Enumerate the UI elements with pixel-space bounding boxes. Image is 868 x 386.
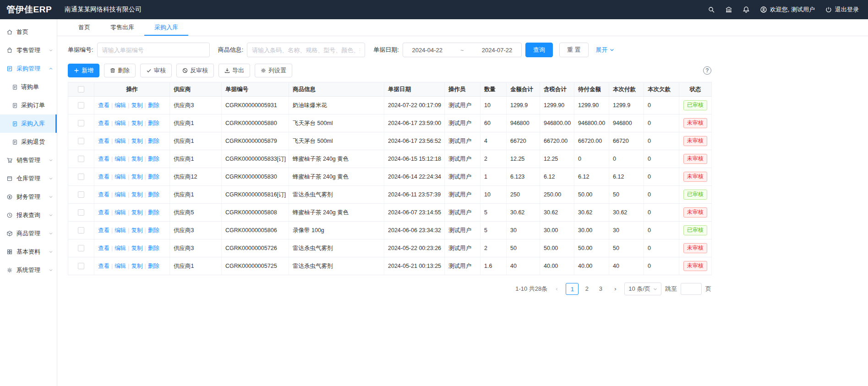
delete-link[interactable]: 删除 [148,120,159,126]
expand-toggle[interactable]: 展开 [596,46,614,54]
copy-link[interactable]: 复制 [131,102,143,109]
row-checkbox[interactable] [78,245,84,251]
sidebar-item-retail[interactable]: 零售管理 [0,41,57,60]
delete-link[interactable]: 删除 [148,227,159,234]
copy-link[interactable]: 复制 [131,245,143,251]
sidebar-item-finance[interactable]: 财务管理 [0,188,57,206]
row-checkbox[interactable] [78,138,84,144]
search-button[interactable]: 查询 [525,43,553,57]
date-range-picker[interactable]: 2024-04-22 ~ 2024-07-22 [403,43,522,57]
sidebar-item-purchase[interactable]: 采购管理 [0,60,57,78]
edit-link[interactable]: 编辑 [115,263,126,269]
welcome-user[interactable]: 欢迎您, 测试用户 [760,5,815,14]
sidebar-item-basic[interactable]: 基本资料 [0,243,57,261]
chevron-down-icon [49,250,53,254]
delete-link[interactable]: 删除 [148,209,159,216]
col-operator: 操作员 [445,82,480,97]
edit-link[interactable]: 编辑 [115,138,126,144]
jump-input[interactable] [681,283,702,295]
bank-icon[interactable] [725,6,732,13]
approve-button[interactable]: 审核 [140,64,172,77]
add-button[interactable]: 新增 [68,64,99,77]
sidebar-item-purchase-order[interactable]: 采购订单 [0,96,57,114]
gear-icon [6,267,13,273]
view-link[interactable]: 查看 [98,138,109,144]
edit-link[interactable]: 编辑 [115,227,126,234]
tab-retail-out[interactable]: 零售出库 [100,19,144,36]
page-number-3[interactable]: 3 [595,283,606,295]
sidebar-item-purchase-in[interactable]: 采购入库 [0,114,57,133]
view-link[interactable]: 查看 [98,209,109,216]
page-size-select[interactable]: 10 条/页 [624,283,661,295]
row-checkbox[interactable] [78,156,84,162]
row-checkbox[interactable] [78,191,84,198]
tab-purchase-in[interactable]: 采购入库 [144,19,188,36]
edit-link[interactable]: 编辑 [115,102,126,109]
search-icon[interactable] [708,6,715,13]
product-info-input[interactable] [247,43,365,57]
view-link[interactable]: 查看 [98,174,109,180]
reset-button[interactable]: 重 置 [559,43,589,57]
copy-link[interactable]: 复制 [131,227,143,234]
select-all-checkbox[interactable] [78,86,84,92]
edit-link[interactable]: 编辑 [115,174,126,180]
sidebar-item-sales[interactable]: 销售管理 [0,151,57,169]
row-checkbox[interactable] [78,209,84,216]
sidebar-item-purchase-request[interactable]: 请购单 [0,78,57,96]
view-link[interactable]: 查看 [98,263,109,269]
edit-link[interactable]: 编辑 [115,209,126,216]
copy-link[interactable]: 复制 [131,120,143,126]
tab-home[interactable]: 首页 [68,19,100,36]
sidebar-item-report[interactable]: 报表查询 [0,206,57,224]
edit-link[interactable]: 编辑 [115,120,126,126]
page-number-1[interactable]: 1 [566,283,579,295]
bell-icon[interactable] [742,6,750,13]
copy-link[interactable]: 复制 [131,263,143,269]
row-checkbox[interactable] [78,227,84,234]
copy-link[interactable]: 复制 [131,191,143,198]
cell-supplier: 供应商5 [170,204,222,222]
delete-link[interactable]: 删除 [148,156,159,162]
row-checkbox[interactable] [78,263,84,269]
prev-page-button[interactable]: ‹ [551,283,562,295]
edit-link[interactable]: 编辑 [115,245,126,251]
delete-link[interactable]: 删除 [148,174,159,180]
view-link[interactable]: 查看 [98,245,109,251]
sidebar-item-home[interactable]: 首页 [0,23,57,41]
sidebar-item-system[interactable]: 系统管理 [0,261,57,279]
unapprove-button[interactable]: 反审核 [176,64,214,77]
sidebar-item-goods[interactable]: 商品管理 [0,224,57,243]
delete-link[interactable]: 删除 [148,138,159,144]
delete-link[interactable]: 删除 [148,263,159,269]
delete-link[interactable]: 删除 [148,191,159,198]
sidebar-item-warehouse[interactable]: 仓库管理 [0,169,57,188]
doc-no-input[interactable] [97,43,210,57]
page-number-2[interactable]: 2 [581,283,592,295]
edit-link[interactable]: 编辑 [115,191,126,198]
row-checkbox[interactable] [78,120,84,126]
delete-button[interactable]: 删除 [104,64,136,77]
logout-button[interactable]: 退出登录 [825,5,859,14]
view-link[interactable]: 查看 [98,102,109,109]
delete-link[interactable]: 删除 [148,102,159,109]
col-product: 商品信息 [289,82,384,97]
view-link[interactable]: 查看 [98,191,109,198]
row-checkbox[interactable] [78,102,84,109]
column-settings-button[interactable]: 列设置 [255,64,292,77]
next-page-button[interactable]: › [610,283,621,295]
view-link[interactable]: 查看 [98,156,109,162]
copy-link[interactable]: 复制 [131,138,143,144]
copy-link[interactable]: 复制 [131,174,143,180]
sidebar-item-purchase-return[interactable]: 采购退货 [0,133,57,151]
copy-link[interactable]: 复制 [131,209,143,216]
table-body: 查看|编辑|复制|删除 供应商3 CGRK00000005931 奶油味爆米花 … [68,97,712,275]
delete-link[interactable]: 删除 [148,245,159,251]
status-badge: 未审核 [683,243,707,253]
question-icon[interactable]: ? [703,66,711,75]
view-link[interactable]: 查看 [98,120,109,126]
export-button[interactable]: 导出 [218,64,250,77]
edit-link[interactable]: 编辑 [115,156,126,162]
copy-link[interactable]: 复制 [131,156,143,162]
view-link[interactable]: 查看 [98,227,109,234]
row-checkbox[interactable] [78,174,84,180]
